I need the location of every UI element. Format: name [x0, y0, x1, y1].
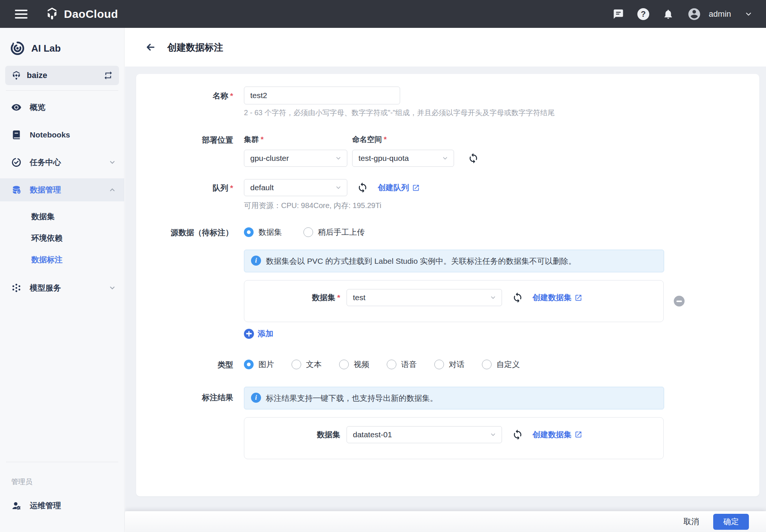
- user-menu-chevron-down-icon[interactable]: [744, 10, 753, 18]
- cancel-button[interactable]: 取消: [683, 516, 699, 527]
- cluster-select-value: gpu-cluster: [250, 154, 331, 163]
- queue-label: 队列*: [136, 179, 244, 194]
- create-dataset-link[interactable]: 创建数据集: [532, 292, 582, 303]
- chevron-down-icon: [335, 155, 342, 162]
- type-option-custom[interactable]: 自定义: [482, 359, 520, 370]
- type-option-video[interactable]: 视频: [339, 359, 369, 370]
- refresh-dataset-icon[interactable]: [512, 292, 523, 303]
- add-label: 添加: [258, 328, 273, 339]
- sidebar-subitem-label: 环境依赖: [31, 233, 62, 243]
- sidebar-item-notebooks[interactable]: Notebooks: [0, 123, 124, 146]
- workspace-switcher[interactable]: baize: [5, 66, 119, 85]
- result-dataset-select[interactable]: datatest-01: [347, 426, 502, 443]
- name-input[interactable]: [244, 87, 400, 104]
- sidebar-item-overview[interactable]: 概览: [0, 96, 124, 119]
- create-queue-link[interactable]: 创建队列: [378, 182, 420, 193]
- sidebar-item-task-center[interactable]: 任务中心: [0, 151, 124, 174]
- name-label: 名称*: [136, 87, 244, 101]
- available-resources-value: CPU: 984Core, 内存: 195.29Ti: [281, 201, 381, 210]
- task-center-icon: [11, 157, 22, 168]
- result-dataset-card: 数据集 datatest-01 创建数据集: [244, 417, 664, 459]
- messages-icon[interactable]: [613, 9, 624, 20]
- info-text: 数据集会以 PVC 的方式挂载到 Label Studio 实例中。关联标注任务…: [266, 256, 576, 266]
- form-footer: 取消 确定: [125, 511, 766, 532]
- deploy-location-label: 部署位置: [136, 134, 244, 146]
- namespace-select[interactable]: test-gpu-quota: [352, 150, 454, 167]
- type-label: 类型: [136, 359, 244, 370]
- ops-management-icon: [11, 500, 22, 511]
- annotation-result-label: 标注结果: [136, 387, 244, 403]
- external-link-icon: [574, 294, 582, 302]
- radio-selected-icon: [244, 227, 254, 237]
- chevron-down-icon: [490, 431, 496, 438]
- name-helper-text: 2 - 63 个字符，必须由小写字母、数字字符或"-"组成，并且必须以字母开头及…: [244, 108, 759, 118]
- refresh-namespace-icon[interactable]: [468, 153, 479, 164]
- sidebar-item-label: 模型服务: [30, 283, 100, 293]
- product-header: AI Lab: [0, 28, 124, 66]
- menu-toggle-icon[interactable]: [15, 10, 28, 19]
- workspace-cube-icon: [11, 70, 22, 81]
- info-icon: i: [251, 393, 261, 403]
- form-card: 名称* 2 - 63 个字符，必须由小写字母、数字字符或"-"组成，并且必须以字…: [136, 74, 759, 496]
- queue-select[interactable]: default: [244, 179, 347, 196]
- external-link-icon: [412, 184, 420, 192]
- source-option-manual-upload[interactable]: 稍后手工上传: [303, 227, 365, 237]
- notifications-bell-icon[interactable]: [663, 9, 674, 20]
- radio-label: 图片: [258, 359, 274, 370]
- cluster-select[interactable]: gpu-cluster: [244, 150, 347, 167]
- radio-selected-icon: [244, 360, 254, 369]
- eye-icon: [11, 102, 22, 113]
- page-title: 创建数据标注: [167, 41, 223, 53]
- name-row: 名称* 2 - 63 个字符，必须由小写字母、数字字符或"-"组成，并且必须以字…: [136, 87, 759, 118]
- create-result-dataset-link[interactable]: 创建数据集: [532, 429, 582, 440]
- notebook-icon: [11, 130, 22, 140]
- sidebar-item-ops-management[interactable]: 运维管理: [0, 494, 124, 517]
- username[interactable]: admin: [709, 9, 731, 19]
- sidebar-subitem-env-dependencies[interactable]: 环境依赖: [0, 227, 124, 249]
- sidebar-item-data-management[interactable]: 数据管理: [0, 178, 124, 201]
- sidebar-subitem-label: 数据标注: [31, 254, 62, 265]
- radio-label: 自定义: [496, 359, 520, 370]
- required-asterisk: *: [230, 91, 233, 100]
- brand-name: DaoCloud: [64, 8, 118, 20]
- type-row: 类型 图片 文本 视频: [136, 359, 759, 370]
- type-option-dialog[interactable]: 对话: [434, 359, 464, 370]
- refresh-result-dataset-icon[interactable]: [512, 429, 523, 440]
- queue-row: 队列* default 创建队列: [136, 179, 759, 211]
- remove-dataset-button[interactable]: [674, 296, 685, 306]
- switch-workspace-icon[interactable]: [103, 71, 113, 80]
- database-gear-icon: [11, 185, 22, 195]
- sidebar-bottom-section: 管理员 运维管理: [0, 457, 124, 517]
- refresh-queue-icon[interactable]: [357, 182, 368, 193]
- type-option-text[interactable]: 文本: [292, 359, 322, 370]
- radio-label: 数据集: [258, 227, 282, 237]
- chevron-down-icon: [109, 284, 116, 292]
- source-dataset-select[interactable]: test: [347, 289, 502, 306]
- admin-section-label: 管理员: [0, 467, 124, 494]
- chevron-down-icon: [109, 159, 116, 166]
- required-asterisk: *: [261, 135, 264, 143]
- type-option-audio[interactable]: 语音: [387, 359, 417, 370]
- sidebar-subitem-data-annotation[interactable]: 数据标注: [0, 249, 124, 270]
- queue-select-value: default: [250, 183, 331, 192]
- radio-label: 文本: [306, 359, 322, 370]
- daocloud-logo-icon: [45, 7, 59, 22]
- namespace-label: 命名空间*: [352, 134, 454, 145]
- sidebar-subitem-datasets[interactable]: 数据集: [0, 206, 124, 227]
- confirm-button[interactable]: 确定: [713, 514, 749, 530]
- result-info-banner: i 标注结果支持一键下载，也支持导出新的数据集。: [244, 387, 664, 409]
- radio-unselected-icon: [339, 360, 349, 369]
- required-asterisk: *: [384, 135, 387, 143]
- help-icon[interactable]: ?: [637, 8, 649, 20]
- dataset-info-banner: i 数据集会以 PVC 的方式挂载到 Label Studio 实例中。关联标注…: [244, 250, 664, 272]
- deploy-location-row: 部署位置 集群* gpu-cluster: [136, 134, 759, 167]
- add-dataset-button[interactable]: 添加: [244, 328, 273, 339]
- source-option-dataset[interactable]: 数据集: [244, 227, 282, 237]
- chevron-down-icon: [442, 155, 448, 162]
- brand: DaoCloud: [45, 7, 118, 22]
- back-arrow-icon[interactable]: [145, 42, 156, 53]
- type-option-image[interactable]: 图片: [244, 359, 274, 370]
- user-avatar[interactable]: [687, 7, 701, 21]
- required-asterisk: *: [230, 184, 233, 192]
- sidebar-item-model-services[interactable]: 模型服务: [0, 276, 124, 299]
